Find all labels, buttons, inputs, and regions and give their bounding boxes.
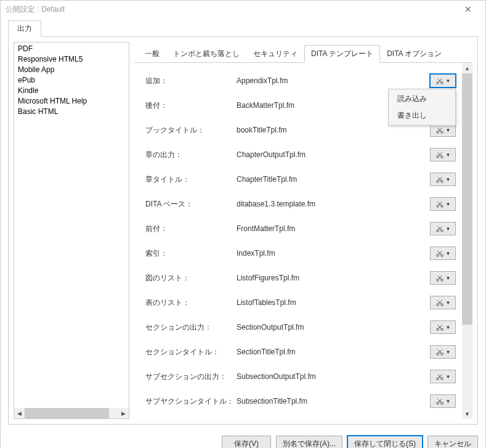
template-tool-button[interactable]: ▼: [430, 173, 456, 186]
template-value: ditabase1.3.template.fm: [237, 200, 430, 208]
tool-icon-svg: [435, 76, 444, 85]
template-tool-button[interactable]: ▼: [430, 320, 456, 334]
template-tool-button[interactable]: ▼: [430, 197, 456, 211]
chevron-down-icon: ▼: [446, 300, 451, 306]
sidebar-item[interactable]: Microsoft HTML Help: [15, 96, 128, 107]
template-label: 索引：: [145, 248, 237, 259]
chevron-down-icon: ▼: [446, 251, 451, 256]
scroll-up-icon[interactable]: ▲: [462, 63, 472, 73]
template-row: サブセクションの出力：SubsectionOutputTpl.fm ▼: [145, 370, 456, 383]
tool-icon-svg: [435, 150, 444, 159]
save-button[interactable]: 保存(V): [222, 436, 271, 448]
inner-tab[interactable]: DITA オプション: [380, 45, 448, 63]
tool-icon-svg: [435, 348, 444, 356]
inner-tab[interactable]: DITA テンプレート: [304, 45, 380, 63]
template-tool-button[interactable]: ▼: [430, 271, 456, 285]
close-icon: ✕: [464, 4, 472, 14]
template-tool-button[interactable]: ▼: [430, 222, 456, 235]
right-area: 一般トンボと裁ち落としセキュリティDITA テンプレートDITA オプション 追…: [134, 42, 472, 419]
sidebar-item[interactable]: Mobile App: [15, 65, 128, 75]
cancel-button[interactable]: キャンセル: [427, 436, 478, 448]
scissors-icon: [435, 348, 444, 356]
sidebar-item[interactable]: ePub: [15, 75, 128, 86]
template-tool-button[interactable]: ▼: [430, 345, 456, 359]
dropdown-item[interactable]: 読み込み: [390, 91, 454, 107]
scroll-left-icon[interactable]: ◀: [14, 408, 25, 418]
close-button[interactable]: ✕: [456, 1, 480, 18]
dropdown-item[interactable]: 書き出し: [390, 107, 454, 124]
chevron-down-icon: ▼: [446, 128, 451, 133]
template-value: AppendixTpl.fm: [237, 76, 430, 85]
scroll-track[interactable]: [462, 73, 472, 409]
sidebar-list[interactable]: PDFResponsive HTML5Mobile AppePubKindleM…: [14, 43, 129, 408]
scroll-thumb[interactable]: [462, 73, 472, 325]
template-label: セクションタイトル：: [145, 347, 237, 357]
horizontal-scrollbar[interactable]: ◀ ▶: [14, 408, 129, 418]
scroll-right-icon[interactable]: ▶: [118, 408, 129, 418]
template-tool-button[interactable]: ▼: [430, 370, 456, 383]
template-label: DITA ベース：: [145, 199, 237, 210]
window-title: 公開設定 : Default: [6, 4, 65, 15]
template-tool-button[interactable]: ▼: [430, 246, 456, 260]
template-label: ブックタイトル：: [145, 125, 237, 136]
template-tool-button[interactable]: ▼: [430, 74, 456, 88]
tool-icon-svg: [435, 126, 444, 134]
sidebar-item[interactable]: PDF: [15, 44, 128, 54]
template-row: セクションタイトル：SectionTitleTpl.fm ▼: [145, 345, 456, 359]
chevron-down-icon: ▼: [446, 275, 451, 281]
save-and-close-button[interactable]: 保存して閉じる(S): [347, 436, 423, 448]
scissors-icon: [435, 76, 444, 85]
template-value: FrontMatterTpl.fm: [237, 224, 430, 233]
template-row: セクションの出力：SectionOutputTpl.fm ▼: [145, 320, 456, 334]
sidebar-item[interactable]: Responsive HTML5: [15, 54, 128, 65]
scissors-icon: [435, 298, 444, 307]
sidebar-item[interactable]: Kindle: [15, 86, 128, 96]
top-tab-label: 出力: [17, 24, 32, 33]
dropdown-menu: 読み込み書き出し: [388, 89, 456, 126]
tool-icon-svg: [435, 323, 444, 332]
chevron-down-icon: ▼: [446, 226, 451, 232]
scissors-icon: [435, 274, 444, 282]
scroll-track[interactable]: [25, 408, 118, 418]
template-tool-button[interactable]: ▼: [430, 394, 456, 408]
template-value: SectionOutputTpl.fm: [237, 323, 430, 332]
template-row: 章タイトル：ChapterTitleTpl.fm ▼: [145, 173, 456, 186]
template-value: SubsectionOutputTpl.fm: [237, 372, 430, 381]
chevron-down-icon: ▼: [446, 374, 451, 380]
template-row: 索引：IndexTpl.fm ▼: [145, 246, 456, 260]
template-label: サブヤクションタイトル：: [145, 396, 237, 407]
top-tabs: 出力: [8, 20, 478, 36]
template-value: IndexTpl.fm: [237, 249, 430, 258]
tool-icon-svg: [435, 372, 444, 381]
top-tab-output[interactable]: 出力: [8, 20, 41, 37]
template-row: サブヤクションタイトル：SubsectionTitleTpl.fm ▼: [145, 394, 456, 408]
template-row: 図のリスト：ListofFiguresTpl.fm ▼: [145, 271, 456, 285]
inner-tab[interactable]: 一般: [138, 45, 166, 63]
button-label: 保存(V): [234, 439, 259, 448]
inner-tab[interactable]: トンボと裁ち落とし: [166, 45, 246, 63]
inner-tab[interactable]: セキュリティ: [246, 45, 304, 63]
template-label: 前付：: [145, 224, 237, 234]
template-tool-button[interactable]: ▼: [430, 148, 456, 161]
button-label: キャンセル: [434, 439, 471, 448]
dialog-window: 公開設定 : Default ✕ 出力 PDFResponsive HTML5M…: [0, 0, 486, 448]
template-tool-button[interactable]: ▼: [430, 296, 456, 309]
vertical-scrollbar[interactable]: ▲ ▼: [462, 63, 472, 419]
save-as-button[interactable]: 別名で保存(A)...: [276, 436, 342, 448]
template-label: 追加：: [145, 76, 237, 86]
scroll-down-icon[interactable]: ▼: [462, 409, 472, 419]
template-label: 後付：: [145, 100, 237, 111]
dialog-body: 出力 PDFResponsive HTML5Mobile AppePubKind…: [1, 18, 485, 431]
scroll-thumb[interactable]: [25, 408, 109, 418]
chevron-down-icon: ▼: [446, 152, 451, 158]
template-list: 追加：AppendixTpl.fm ▼読み込み書き出し後付：BackMatter…: [134, 63, 462, 419]
template-value: bookTitleTpl.fm: [237, 126, 430, 134]
sidebar-item[interactable]: Basic HTML: [15, 107, 128, 117]
template-label: サブセクションの出力：: [145, 372, 237, 382]
chevron-down-icon: ▼: [446, 325, 451, 330]
template-value: ChapterOutputTpl.fm: [237, 150, 430, 159]
content-wrap: 追加：AppendixTpl.fm ▼読み込み書き出し後付：BackMatter…: [134, 63, 472, 419]
scissors-icon: [435, 224, 444, 233]
chevron-down-icon: ▼: [446, 399, 451, 404]
scissors-icon: [435, 323, 444, 332]
